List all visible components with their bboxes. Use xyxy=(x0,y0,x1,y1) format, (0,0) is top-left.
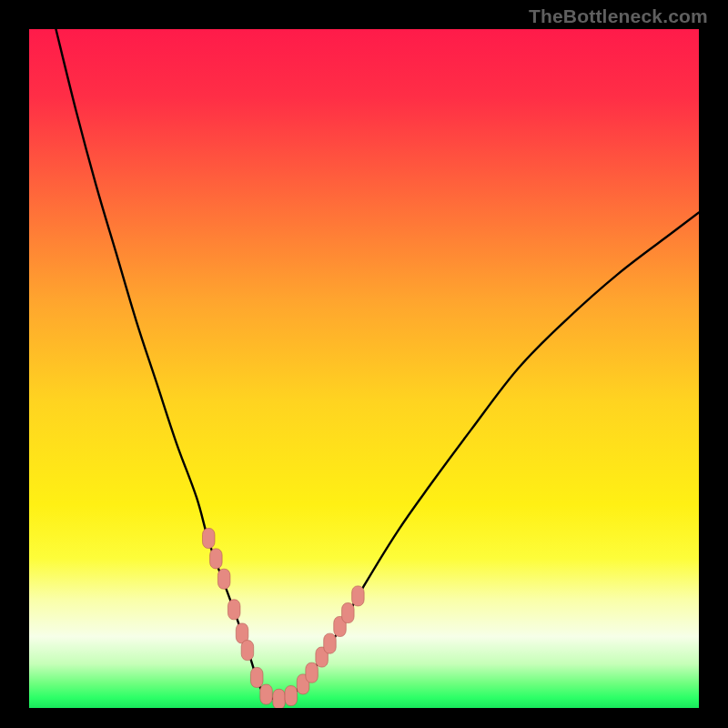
curve-marker xyxy=(352,586,365,606)
curve-marker xyxy=(217,569,230,589)
curve-marker xyxy=(228,600,240,620)
chart-root: TheBottleneck.com xyxy=(0,0,728,728)
curve-marker xyxy=(342,603,355,623)
curve-marker xyxy=(202,529,215,549)
watermark-text: TheBottleneck.com xyxy=(529,5,708,27)
curve-marker xyxy=(285,686,298,706)
curve-marker xyxy=(210,549,223,569)
curve-marker xyxy=(241,641,254,661)
curve-marker xyxy=(250,667,263,687)
plot-area xyxy=(29,29,699,708)
curve-marker xyxy=(273,689,286,708)
curve-marker xyxy=(260,684,273,704)
curve-marker xyxy=(306,662,318,682)
curve-marker xyxy=(324,633,337,653)
curve-layer xyxy=(29,29,699,708)
bottleneck-curve xyxy=(56,29,699,700)
marker-group xyxy=(202,529,364,709)
